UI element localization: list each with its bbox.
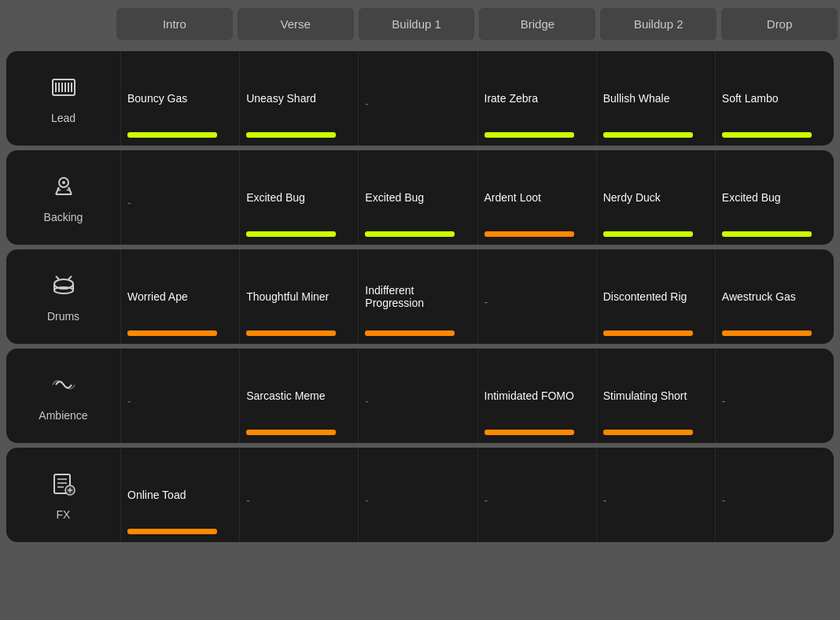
cell-fx-1[interactable]: - [239, 448, 358, 542]
cell-name-lead-2: - [365, 59, 470, 138]
cell-bar-ambience-1 [246, 430, 336, 435]
header-col-bridge[interactable]: Bridge [479, 8, 595, 40]
cell-name-ambience-3: Intimidated FOMO [484, 356, 590, 423]
cell-name-ambience-4: Stimulating Short [603, 356, 709, 423]
section-ambience: Ambience-Sarcastic Meme-Intimidated FOMO… [6, 349, 834, 443]
cell-fx-3[interactable]: - [477, 448, 596, 542]
cell-backing-4[interactable]: Nerdy Duck [596, 150, 715, 245]
cell-bar-drums-2 [365, 330, 455, 336]
cell-fx-5[interactable]: - [715, 448, 834, 542]
cell-name-backing-4: Nerdy Duck [603, 158, 709, 225]
cell-drums-3[interactable]: - [477, 249, 596, 344]
cell-bar-drums-4 [603, 330, 693, 336]
cell-name-fx-5: - [722, 456, 827, 534]
header-col-buildup-2[interactable]: Buildup 2 [600, 8, 717, 40]
cell-name-backing-0: - [127, 158, 233, 237]
cell-name-drums-4: Discontented Rig [603, 257, 709, 324]
cell-name-drums-2: Indifferent Progression [365, 257, 470, 324]
fx-icon [50, 470, 78, 504]
header-col-intro[interactable]: Intro [116, 8, 233, 40]
cell-lead-3[interactable]: Irate Zebra [477, 51, 596, 146]
cell-ambience-4[interactable]: Stimulating Short [596, 349, 715, 443]
row-label-lead: Lead [6, 51, 120, 146]
row-label-backing: Backing [6, 150, 120, 245]
cell-name-backing-1: Excited Bug [246, 158, 352, 225]
section-lead: LeadBouncy GasUneasy Shard-Irate ZebraBu… [6, 51, 834, 146]
cell-name-ambience-2: - [365, 356, 470, 435]
cell-name-fx-2: - [365, 456, 470, 534]
cell-name-lead-3: Irate Zebra [484, 59, 590, 126]
cell-fx-0[interactable]: Online Toad [120, 448, 239, 542]
cell-name-lead-4: Bullish Whale [603, 59, 709, 126]
cell-fx-2[interactable]: - [358, 448, 477, 542]
cell-backing-3[interactable]: Ardent Loot [477, 150, 596, 245]
cell-bar-lead-1 [246, 132, 336, 138]
svg-line-16 [68, 276, 72, 279]
cell-name-lead-0: Bouncy Gas [127, 59, 233, 126]
cell-bar-ambience-4 [603, 430, 693, 435]
row-label-drums: Drums [6, 249, 120, 344]
header-col-drop[interactable]: Drop [721, 8, 838, 40]
cell-bar-ambience-3 [484, 430, 574, 435]
cell-name-lead-5: Soft Lambo [722, 59, 827, 126]
backing-icon [50, 172, 78, 206]
section-drums: DrumsWorried ApeThoughtful MinerIndiffer… [6, 249, 834, 344]
cell-name-ambience-5: - [722, 356, 827, 435]
cell-ambience-5[interactable]: - [715, 349, 834, 443]
cell-lead-4[interactable]: Bullish Whale [596, 51, 715, 146]
label-text-drums: Drums [47, 310, 79, 323]
cell-bar-drums-5 [722, 330, 812, 336]
cell-bar-drums-1 [246, 330, 336, 336]
cell-lead-2[interactable]: - [358, 51, 477, 146]
cells-backing: -Excited BugExcited BugArdent LootNerdy … [120, 150, 834, 245]
cell-lead-0[interactable]: Bouncy Gas [120, 51, 239, 146]
cell-bar-backing-5 [722, 231, 812, 237]
header-col-verse[interactable]: Verse [238, 8, 354, 40]
cell-lead-5[interactable]: Soft Lambo [715, 51, 834, 146]
cells-drums: Worried ApeThoughtful MinerIndifferent P… [120, 249, 834, 344]
cell-drums-4[interactable]: Discontented Rig [596, 249, 715, 344]
header-row: IntroVerseBuildup 1BridgeBuildup 2Drop [114, 0, 840, 46]
cell-fx-4[interactable]: - [596, 448, 715, 542]
cell-lead-1[interactable]: Uneasy Shard [239, 51, 358, 146]
cell-backing-0[interactable]: - [120, 150, 239, 245]
cells-fx: Online Toad----- [120, 448, 834, 542]
cell-backing-2[interactable]: Excited Bug [358, 150, 477, 245]
cell-bar-fx-0 [127, 529, 217, 534]
content-area: LeadBouncy GasUneasy Shard-Irate ZebraBu… [0, 51, 840, 542]
cell-name-backing-5: Excited Bug [722, 158, 827, 225]
cell-name-fx-0: Online Toad [127, 456, 233, 522]
cell-ambience-3[interactable]: Intimidated FOMO [477, 349, 596, 443]
header-col-buildup-1[interactable]: Buildup 1 [359, 8, 475, 40]
cell-bar-lead-0 [127, 132, 217, 138]
cell-name-drums-5: Awestruck Gas [722, 257, 827, 324]
cell-backing-5[interactable]: Excited Bug [715, 150, 834, 245]
cell-bar-lead-4 [603, 132, 693, 138]
cell-bar-lead-3 [484, 132, 574, 138]
cell-name-drums-3: - [484, 257, 590, 336]
cell-name-drums-1: Thoughtful Miner [246, 257, 352, 324]
cell-bar-drums-0 [127, 330, 217, 336]
cell-ambience-1[interactable]: Sarcastic Meme [239, 349, 358, 443]
cell-drums-5[interactable]: Awestruck Gas [715, 249, 834, 344]
cell-backing-1[interactable]: Excited Bug [239, 150, 358, 245]
label-text-lead: Lead [51, 112, 76, 124]
label-text-fx: FX [57, 508, 71, 521]
cell-name-fx-4: - [603, 456, 709, 534]
ambience-icon [50, 371, 78, 404]
cell-ambience-0[interactable]: - [120, 349, 239, 443]
cell-name-ambience-0: - [127, 356, 233, 435]
cell-ambience-2[interactable]: - [358, 349, 477, 443]
lead-icon [50, 73, 78, 107]
drums-icon [50, 271, 78, 305]
row-label-fx: FX [6, 448, 120, 542]
section-backing: Backing-Excited BugExcited BugArdent Loo… [6, 150, 834, 245]
cell-name-backing-2: Excited Bug [365, 158, 470, 225]
section-fx: FXOnline Toad----- [6, 448, 834, 542]
cell-name-ambience-1: Sarcastic Meme [246, 356, 352, 423]
cell-drums-2[interactable]: Indifferent Progression [358, 249, 477, 344]
cell-bar-backing-2 [365, 231, 455, 237]
cell-drums-1[interactable]: Thoughtful Miner [239, 249, 358, 344]
cell-name-fx-1: - [246, 456, 352, 534]
cell-drums-0[interactable]: Worried Ape [120, 249, 239, 344]
